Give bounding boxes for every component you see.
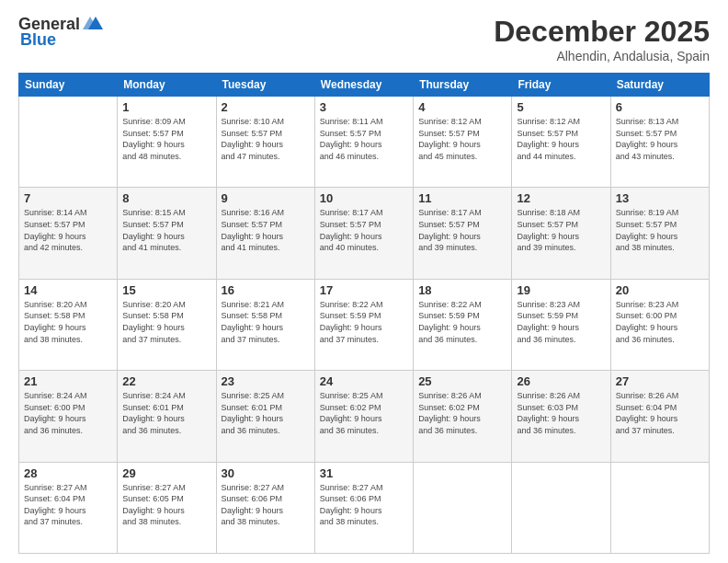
day-info: Sunrise: 8:18 AM Sunset: 5:57 PM Dayligh…	[517, 207, 605, 253]
day-number: 10	[320, 191, 408, 205]
day-number: 17	[320, 283, 408, 297]
calendar-week-2: 7Sunrise: 8:14 AM Sunset: 5:57 PM Daylig…	[19, 188, 710, 279]
day-number: 25	[418, 374, 506, 388]
day-number: 12	[517, 191, 605, 205]
calendar-cell: 25Sunrise: 8:26 AM Sunset: 6:02 PM Dayli…	[414, 371, 512, 462]
calendar-header-row: Sunday Monday Tuesday Wednesday Thursday…	[19, 74, 710, 97]
day-number: 26	[517, 374, 605, 388]
calendar-cell: 6Sunrise: 8:13 AM Sunset: 5:57 PM Daylig…	[610, 97, 709, 188]
day-info: Sunrise: 8:24 AM Sunset: 6:00 PM Dayligh…	[24, 390, 112, 436]
calendar-cell: 24Sunrise: 8:25 AM Sunset: 6:02 PM Dayli…	[314, 371, 413, 462]
day-info: Sunrise: 8:23 AM Sunset: 5:59 PM Dayligh…	[517, 299, 605, 345]
day-number: 7	[24, 191, 112, 205]
calendar-week-1: 1Sunrise: 8:09 AM Sunset: 5:57 PM Daylig…	[19, 97, 710, 188]
calendar-cell: 13Sunrise: 8:19 AM Sunset: 5:57 PM Dayli…	[610, 188, 709, 279]
day-info: Sunrise: 8:26 AM Sunset: 6:03 PM Dayligh…	[517, 390, 605, 436]
day-info: Sunrise: 8:10 AM Sunset: 5:57 PM Dayligh…	[222, 116, 310, 162]
calendar-cell: 18Sunrise: 8:22 AM Sunset: 5:59 PM Dayli…	[414, 279, 512, 370]
calendar-cell: 5Sunrise: 8:12 AM Sunset: 5:57 PM Daylig…	[512, 97, 610, 188]
col-monday: Monday	[118, 74, 216, 97]
day-info: Sunrise: 8:26 AM Sunset: 6:04 PM Dayligh…	[616, 390, 704, 436]
day-number: 4	[418, 100, 506, 114]
calendar-table: Sunday Monday Tuesday Wednesday Thursday…	[18, 73, 710, 554]
day-number: 28	[24, 466, 112, 480]
day-info: Sunrise: 8:11 AM Sunset: 5:57 PM Dayligh…	[320, 116, 408, 162]
day-info: Sunrise: 8:17 AM Sunset: 5:57 PM Dayligh…	[418, 207, 506, 253]
day-number: 14	[24, 283, 112, 297]
calendar-cell: 9Sunrise: 8:16 AM Sunset: 5:57 PM Daylig…	[216, 188, 314, 279]
calendar-week-4: 21Sunrise: 8:24 AM Sunset: 6:00 PM Dayli…	[19, 371, 710, 462]
day-info: Sunrise: 8:16 AM Sunset: 5:57 PM Dayligh…	[222, 207, 310, 253]
logo: General Blue	[18, 15, 103, 50]
calendar-cell: 8Sunrise: 8:15 AM Sunset: 5:57 PM Daylig…	[118, 188, 216, 279]
calendar-cell: 7Sunrise: 8:14 AM Sunset: 5:57 PM Daylig…	[19, 188, 118, 279]
calendar-week-5: 28Sunrise: 8:27 AM Sunset: 6:04 PM Dayli…	[19, 462, 710, 553]
day-number: 23	[222, 374, 310, 388]
logo-blue-text: Blue	[20, 30, 56, 50]
calendar-cell: 2Sunrise: 8:10 AM Sunset: 5:57 PM Daylig…	[216, 97, 314, 188]
calendar-cell: 20Sunrise: 8:23 AM Sunset: 6:00 PM Dayli…	[610, 279, 709, 370]
calendar-cell: 17Sunrise: 8:22 AM Sunset: 5:59 PM Dayli…	[314, 279, 413, 370]
day-number: 27	[616, 374, 704, 388]
calendar-cell: 1Sunrise: 8:09 AM Sunset: 5:57 PM Daylig…	[118, 97, 216, 188]
calendar-cell: 11Sunrise: 8:17 AM Sunset: 5:57 PM Dayli…	[414, 188, 512, 279]
calendar-cell	[414, 462, 512, 553]
day-info: Sunrise: 8:12 AM Sunset: 5:57 PM Dayligh…	[517, 116, 605, 162]
day-number: 30	[222, 466, 310, 480]
col-tuesday: Tuesday	[216, 74, 314, 97]
col-friday: Friday	[512, 74, 610, 97]
day-number: 13	[616, 191, 704, 205]
day-info: Sunrise: 8:25 AM Sunset: 6:02 PM Dayligh…	[320, 390, 408, 436]
page: General Blue December 2025 Alhendin, And…	[0, 0, 728, 563]
calendar-cell	[610, 462, 709, 553]
calendar-cell: 10Sunrise: 8:17 AM Sunset: 5:57 PM Dayli…	[314, 188, 413, 279]
day-info: Sunrise: 8:27 AM Sunset: 6:05 PM Dayligh…	[122, 482, 210, 528]
day-info: Sunrise: 8:26 AM Sunset: 6:02 PM Dayligh…	[418, 390, 506, 436]
calendar-cell: 31Sunrise: 8:27 AM Sunset: 6:06 PM Dayli…	[314, 462, 413, 553]
logo-icon	[83, 17, 103, 31]
day-info: Sunrise: 8:27 AM Sunset: 6:06 PM Dayligh…	[320, 482, 408, 528]
day-number: 15	[122, 283, 210, 297]
day-info: Sunrise: 8:21 AM Sunset: 5:58 PM Dayligh…	[222, 299, 310, 345]
day-number: 31	[320, 466, 408, 480]
calendar-cell: 16Sunrise: 8:21 AM Sunset: 5:58 PM Dayli…	[216, 279, 314, 370]
day-info: Sunrise: 8:24 AM Sunset: 6:01 PM Dayligh…	[122, 390, 210, 436]
calendar-cell	[19, 97, 118, 188]
day-info: Sunrise: 8:13 AM Sunset: 5:57 PM Dayligh…	[616, 116, 704, 162]
calendar-cell: 21Sunrise: 8:24 AM Sunset: 6:00 PM Dayli…	[19, 371, 118, 462]
calendar-cell: 26Sunrise: 8:26 AM Sunset: 6:03 PM Dayli…	[512, 371, 610, 462]
day-number: 1	[122, 100, 210, 114]
calendar-subtitle: Alhendin, Andalusia, Spain	[494, 49, 710, 63]
calendar-cell: 28Sunrise: 8:27 AM Sunset: 6:04 PM Dayli…	[19, 462, 118, 553]
col-thursday: Thursday	[414, 74, 512, 97]
calendar-cell: 23Sunrise: 8:25 AM Sunset: 6:01 PM Dayli…	[216, 371, 314, 462]
calendar-title: December 2025	[494, 15, 710, 49]
day-number: 11	[418, 191, 506, 205]
calendar-cell: 4Sunrise: 8:12 AM Sunset: 5:57 PM Daylig…	[414, 97, 512, 188]
col-wednesday: Wednesday	[314, 74, 413, 97]
calendar-cell: 19Sunrise: 8:23 AM Sunset: 5:59 PM Dayli…	[512, 279, 610, 370]
day-info: Sunrise: 8:19 AM Sunset: 5:57 PM Dayligh…	[616, 207, 704, 253]
day-info: Sunrise: 8:23 AM Sunset: 6:00 PM Dayligh…	[616, 299, 704, 345]
day-info: Sunrise: 8:22 AM Sunset: 5:59 PM Dayligh…	[418, 299, 506, 345]
day-info: Sunrise: 8:15 AM Sunset: 5:57 PM Dayligh…	[122, 207, 210, 253]
calendar-cell: 3Sunrise: 8:11 AM Sunset: 5:57 PM Daylig…	[314, 97, 413, 188]
day-info: Sunrise: 8:09 AM Sunset: 5:57 PM Dayligh…	[122, 116, 210, 162]
day-number: 24	[320, 374, 408, 388]
day-info: Sunrise: 8:27 AM Sunset: 6:06 PM Dayligh…	[222, 482, 310, 528]
calendar-cell: 15Sunrise: 8:20 AM Sunset: 5:58 PM Dayli…	[118, 279, 216, 370]
day-info: Sunrise: 8:17 AM Sunset: 5:57 PM Dayligh…	[320, 207, 408, 253]
header: General Blue December 2025 Alhendin, And…	[18, 15, 710, 63]
calendar-cell: 29Sunrise: 8:27 AM Sunset: 6:05 PM Dayli…	[118, 462, 216, 553]
day-number: 22	[122, 374, 210, 388]
day-number: 16	[222, 283, 310, 297]
calendar-cell: 27Sunrise: 8:26 AM Sunset: 6:04 PM Dayli…	[610, 371, 709, 462]
day-number: 6	[616, 100, 704, 114]
day-info: Sunrise: 8:14 AM Sunset: 5:57 PM Dayligh…	[24, 207, 112, 253]
calendar-cell: 12Sunrise: 8:18 AM Sunset: 5:57 PM Dayli…	[512, 188, 610, 279]
col-saturday: Saturday	[610, 74, 709, 97]
day-number: 20	[616, 283, 704, 297]
day-number: 2	[222, 100, 310, 114]
day-info: Sunrise: 8:12 AM Sunset: 5:57 PM Dayligh…	[418, 116, 506, 162]
calendar-cell: 14Sunrise: 8:20 AM Sunset: 5:58 PM Dayli…	[19, 279, 118, 370]
